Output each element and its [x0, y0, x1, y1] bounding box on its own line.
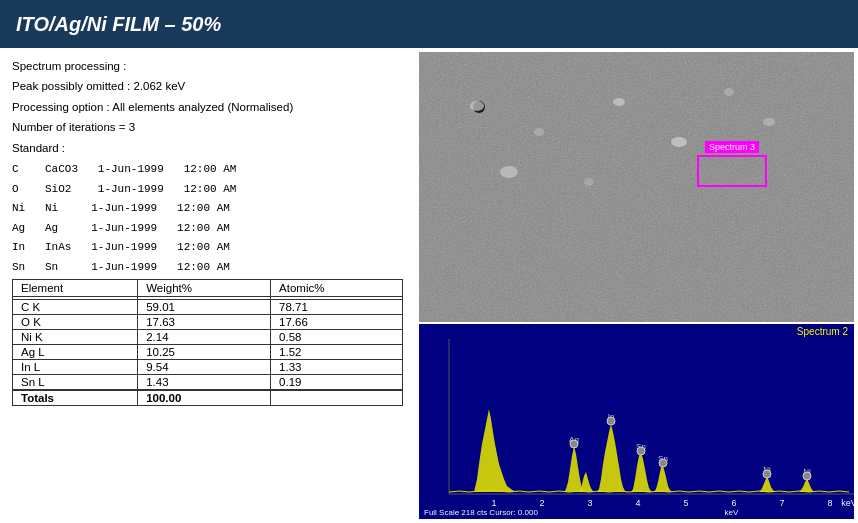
svg-point-39 — [763, 470, 771, 478]
svg-text:7: 7 — [779, 498, 784, 508]
standard-row-ag: Ag Ag 1-Jun-1999 12:00 AM — [12, 220, 403, 237]
chart-footer: Full Scale 218 cts Cursor: 0.000 keV — [424, 508, 738, 517]
svg-text:6: 6 — [731, 498, 736, 508]
chart-footer-text: Full Scale 218 cts Cursor: 0.000 — [424, 508, 538, 517]
svg-text:4: 4 — [635, 498, 640, 508]
processing-option: Processing option : All elements analyze… — [12, 99, 403, 116]
table-totals-row: Totals 100.00 — [13, 390, 403, 406]
chart-svg: 1 2 3 4 5 6 7 8 keV Ag — [419, 324, 854, 519]
svg-text:keV: keV — [841, 498, 854, 508]
page-title: ITO/Ag/Ni FILM – 50% — [16, 13, 221, 36]
svg-marker-28 — [597, 424, 627, 492]
svg-rect-2 — [419, 52, 854, 322]
svg-point-8 — [724, 88, 734, 96]
svg-point-11 — [584, 178, 594, 186]
svg-text:5: 5 — [683, 498, 688, 508]
svg-point-10 — [500, 166, 518, 178]
svg-text:8: 8 — [827, 498, 832, 508]
svg-marker-27 — [579, 472, 594, 492]
col-weight: Weight% — [138, 280, 271, 297]
svg-text:2: 2 — [539, 498, 544, 508]
table-row-agl: Ag L 10.25 1.52 — [13, 345, 403, 360]
right-panel: Spectrum 3 3μm Electron Image 1 Spectrum… — [415, 48, 858, 523]
svg-marker-24 — [564, 446, 584, 492]
svg-point-26 — [570, 440, 578, 448]
spectrum-3-label: Spectrum 3 — [705, 141, 759, 153]
standard-row-o: O SiO2 1-Jun-1999 12:00 AM — [12, 181, 403, 198]
standard-row-sn: Sn Sn 1-Jun-1999 12:00 AM — [12, 259, 403, 276]
svg-point-36 — [659, 459, 667, 467]
col-element: Element — [13, 280, 138, 297]
spectrum-3-box: Spectrum 3 — [697, 155, 767, 187]
svg-marker-31 — [631, 452, 653, 492]
svg-point-5 — [534, 128, 544, 136]
svg-point-7 — [671, 137, 687, 147]
table-row-ok: O K 17.63 17.66 — [13, 315, 403, 330]
svg-text:3: 3 — [587, 498, 592, 508]
main-content: Spectrum processing : Peak possibly omit… — [0, 48, 858, 523]
standard-row-c: C CaCO3 1-Jun-1999 12:00 AM — [12, 161, 403, 178]
svg-point-33 — [637, 447, 645, 455]
svg-point-42 — [803, 472, 811, 480]
table-row-inl: In L 9.54 1.33 — [13, 360, 403, 375]
svg-point-9 — [763, 118, 775, 126]
standard-row-ni: Ni Ni 1-Jun-1999 12:00 AM — [12, 200, 403, 217]
left-panel: Spectrum processing : Peak possibly omit… — [0, 48, 415, 523]
table-row-ck: C K 59.01 78.71 — [13, 300, 403, 315]
iterations: Number of iterations = 3 — [12, 119, 403, 136]
table-row-snl: Sn L 1.43 0.19 — [13, 375, 403, 391]
table-row-nik: Ni K 2.14 0.58 — [13, 330, 403, 345]
standards-list: C CaCO3 1-Jun-1999 12:00 AM O SiO2 1-Jun… — [12, 161, 403, 275]
svg-point-6 — [613, 98, 625, 106]
spectrum-chart: Spectrum 2 1 2 3 4 5 6 7 8 keV — [419, 324, 854, 519]
electron-image: Spectrum 3 3μm Electron Image 1 — [419, 52, 854, 322]
svg-text:1: 1 — [491, 498, 496, 508]
standard-row-in: In InAs 1-Jun-1999 12:00 AM — [12, 239, 403, 256]
peak-omitted: Peak possibly omitted : 2.062 keV — [12, 78, 403, 95]
page-header: ITO/Ag/Ni FILM – 50% — [0, 0, 858, 48]
svg-marker-34 — [654, 464, 672, 492]
spectrum-processing-label: Spectrum processing : — [12, 58, 403, 75]
svg-point-30 — [607, 417, 615, 425]
svg-point-4 — [470, 101, 484, 111]
electron-image-inner: Spectrum 3 — [419, 52, 854, 322]
chart-kev-label: keV — [725, 508, 739, 517]
standard-label: Standard : — [12, 140, 403, 157]
svg-marker-23 — [474, 409, 519, 492]
col-atomic: Atomic% — [271, 280, 403, 297]
elements-table: Element Weight% Atomic% C K 59.01 78.71 … — [12, 279, 403, 406]
